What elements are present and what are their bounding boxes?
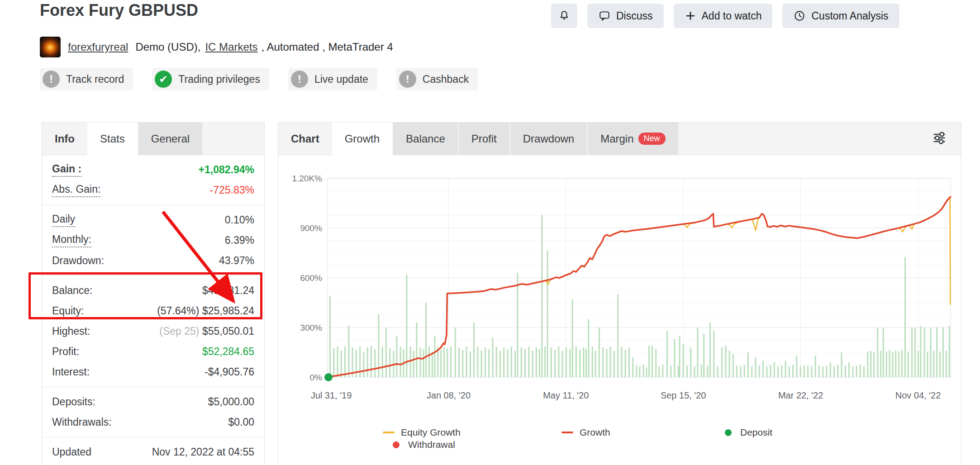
stat-row-withdrawals: Withdrawals:$0.00 xyxy=(52,412,254,432)
tab-general[interactable]: General xyxy=(138,123,202,155)
stat-value-prefix: (57.64%) xyxy=(157,305,202,317)
chart-settings-button[interactable] xyxy=(928,129,951,149)
stat-row-interest: Interest:-$4,905.76 xyxy=(52,362,254,382)
exclamation-circle-icon: ! xyxy=(399,71,416,88)
stat-label[interactable]: Daily xyxy=(52,213,75,227)
tab-label: Growth xyxy=(345,133,380,145)
y-tick-label: 600% xyxy=(300,273,322,283)
stat-value-cell: $45,081.24 xyxy=(202,285,254,297)
notifications-button[interactable] xyxy=(551,4,577,28)
add-to-watch-label: Add to watch xyxy=(702,10,762,22)
chart-panel: ChartGrowthBalanceProfitDrawdownMarginNe… xyxy=(278,122,961,465)
chart-tab-balance[interactable]: Balance xyxy=(393,123,458,155)
legend-item-equity-growth[interactable]: Equity Growth xyxy=(383,427,461,438)
stat-value-cell: $5,000.00 xyxy=(208,396,254,408)
stat-label[interactable]: Monthly: xyxy=(52,233,91,247)
broker-link[interactable]: IC Markets xyxy=(205,41,257,53)
chart-tab-growth[interactable]: Growth xyxy=(332,123,392,155)
legend-line-swatch xyxy=(561,432,573,433)
legend-item-growth[interactable]: Growth xyxy=(561,427,610,438)
x-tick-label: Nov 04, '22 xyxy=(895,390,941,400)
stat-label[interactable]: Gain : xyxy=(52,163,81,177)
badge-live-update[interactable]: !Live update xyxy=(288,68,377,90)
custom-analysis-label: Custom Analysis xyxy=(811,10,888,22)
tab-label: Stats xyxy=(100,133,125,145)
tab-label: Drawdown xyxy=(523,133,574,145)
check-circle-icon: ✔ xyxy=(155,71,172,88)
stats-rows: Gain :+1,082.94%Abs. Gain:-725.83%Daily0… xyxy=(42,155,264,462)
x-tick-label: May 11, '20 xyxy=(543,390,589,400)
username-link[interactable]: forexfuryreal xyxy=(68,41,128,53)
stat-value: -$4,905.76 xyxy=(205,366,254,378)
stat-value-cell: -725.83% xyxy=(210,184,254,196)
y-tick-label: 0% xyxy=(310,373,323,382)
divider xyxy=(42,437,264,437)
stat-row-drawdown: Drawdown:43.97% xyxy=(52,251,254,271)
badge-trading-privileges[interactable]: ✔Trading privileges xyxy=(152,68,269,90)
legend-item-deposit[interactable]: Deposit xyxy=(723,427,772,438)
legend-label: Deposit xyxy=(740,427,772,438)
stat-value-cell: (Sep 25) $55,050.01 xyxy=(159,325,254,337)
legend-line-swatch xyxy=(383,432,395,433)
y-tick-label: 900% xyxy=(300,223,322,233)
stat-label: Equity: xyxy=(52,305,84,317)
stat-value-cell: Nov 12, 2022 at 04:55 xyxy=(152,446,254,458)
chart-tab-margin[interactable]: MarginNew xyxy=(588,123,678,155)
x-tick-label: Sep 15, '20 xyxy=(661,390,706,400)
legend-label: Withdrawal xyxy=(408,439,455,450)
stat-row-balance: Balance:$45,081.24 xyxy=(52,280,254,301)
custom-analysis-button[interactable]: Custom Analysis xyxy=(782,4,899,28)
divider xyxy=(42,205,264,205)
stat-label: Interest: xyxy=(52,366,90,378)
stat-value: +1,082.94% xyxy=(199,164,254,176)
x-tick-label: Mar 22, '22 xyxy=(778,390,823,400)
chart-tab-chart: Chart xyxy=(278,123,332,155)
stat-value-cell: $0.00 xyxy=(228,416,254,428)
stat-label: Balance: xyxy=(52,285,93,297)
stat-value-cell: 6.39% xyxy=(225,234,254,247)
discuss-button[interactable]: Discuss xyxy=(587,4,664,28)
stat-label: Updated xyxy=(52,446,91,458)
stat-value: $55,050.01 xyxy=(202,325,254,337)
divider xyxy=(42,275,264,276)
divider xyxy=(42,387,264,387)
stat-value: 6.39% xyxy=(225,234,254,246)
legend-item-withdrawal[interactable]: Withdrawal xyxy=(390,439,455,451)
stat-value-cell: $52,284.65 xyxy=(202,346,254,358)
y-tick-label: 1.20K% xyxy=(292,174,322,183)
stat-row-abs-gain: Abs. Gain:-725.83% xyxy=(52,180,254,200)
badge-cashback[interactable]: !Cashback xyxy=(396,68,478,90)
legend-label: Growth xyxy=(580,427,610,438)
account-details: , Automated , MetaTrader 4 xyxy=(261,41,393,53)
stat-value: 43.97% xyxy=(219,255,254,266)
tab-label: General xyxy=(151,133,190,145)
chart-panel-tabs: ChartGrowthBalanceProfitDrawdownMarginNe… xyxy=(278,123,961,155)
stat-value: $25,985.24 xyxy=(202,305,254,317)
stat-value-cell: 43.97% xyxy=(219,255,254,267)
add-to-watch-button[interactable]: Add to watch xyxy=(674,4,773,28)
discuss-label: Discuss xyxy=(616,10,653,22)
chart-tab-drawdown[interactable]: Drawdown xyxy=(510,123,587,155)
tab-label: Info xyxy=(55,133,75,145)
stat-row-daily: Daily0.10% xyxy=(52,210,254,230)
avatar[interactable] xyxy=(40,37,61,57)
tab-label: Balance xyxy=(406,133,445,145)
legend-label: Equity Growth xyxy=(401,427,461,438)
header-actions: Discuss Add to watch Custom Analysis xyxy=(551,4,899,28)
stat-value-cell: +1,082.94% xyxy=(199,164,254,176)
tab-label: Chart xyxy=(291,133,319,145)
badge-track-record[interactable]: !Track record xyxy=(40,68,133,90)
stat-value-cell: 0.10% xyxy=(225,214,254,226)
badge-label: Cashback xyxy=(423,73,469,85)
badges-row: !Track record✔Trading privileges!Live up… xyxy=(40,68,478,90)
stat-label[interactable]: Abs. Gain: xyxy=(52,183,100,197)
badge-label: Trading privileges xyxy=(178,73,260,85)
stat-row-equity: Equity:(57.64%) $25,985.24 xyxy=(52,301,254,321)
tab-stats[interactable]: Stats xyxy=(87,123,138,155)
stat-row-profit: Profit:$52,284.65 xyxy=(52,342,254,362)
stat-value: $45,081.24 xyxy=(202,285,254,296)
badge-label: Track record xyxy=(66,73,124,85)
chart-tab-profit[interactable]: Profit xyxy=(459,123,509,155)
stat-value: $52,284.65 xyxy=(202,346,254,357)
page-title: Forex Fury GBPUSD xyxy=(40,1,198,20)
